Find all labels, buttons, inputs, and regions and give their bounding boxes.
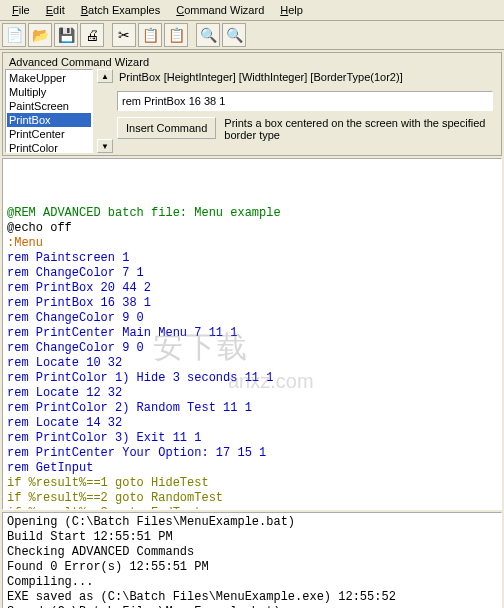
command-syntax: PrintBox [HeightInteger] [WidthInteger] … <box>117 69 493 85</box>
toolbar-button-2[interactable]: 💾 <box>54 23 78 47</box>
code-line: @REM ADVANCED batch file: Menu example <box>7 206 497 221</box>
code-line: rem PrintBox 16 38 1 <box>7 296 497 311</box>
insert-command-button[interactable]: Insert Command <box>117 117 216 139</box>
code-line: rem PrintBox 20 44 2 <box>7 281 497 296</box>
toolbar: 📄📂💾🖨✂📋📋🔍🔍 <box>0 21 504 50</box>
menu-edit[interactable]: Edit <box>38 2 73 18</box>
code-line: rem PrintColor 3) Exit 11 1 <box>7 431 497 446</box>
code-line: rem PrintColor 2) Random Test 11 1 <box>7 401 497 416</box>
command-list-item[interactable]: PaintScreen <box>7 99 91 113</box>
command-list-item[interactable]: PrintColor <box>7 141 91 153</box>
output-line: Found 0 Error(s) 12:55:51 PM <box>7 560 497 575</box>
code-line: rem PrintCenter Your Option: 17 15 1 <box>7 446 497 461</box>
code-line: if %result%==1 goto HideTest <box>7 476 497 491</box>
code-line: if %result%==2 goto RandomTest <box>7 491 497 506</box>
command-description: Prints a box centered on the screen with… <box>224 117 493 141</box>
code-line: rem ChangeColor 9 0 <box>7 311 497 326</box>
code-line: :Menu <box>7 236 497 251</box>
code-line: rem Paintscreen 1 <box>7 251 497 266</box>
code-line: rem GetInput <box>7 461 497 476</box>
command-list-item[interactable]: PrintBox <box>7 113 91 127</box>
code-line: @echo off <box>7 221 497 236</box>
output-line: Compiling... <box>7 575 497 590</box>
code-editor[interactable]: 安下载 anxz.com @REM ADVANCED batch file: M… <box>2 158 502 510</box>
command-list-item[interactable]: PrintCenter <box>7 127 91 141</box>
code-line: rem PrintColor 1) Hide 3 seconds 11 1 <box>7 371 497 386</box>
menu-wizard[interactable]: Command Wizard <box>168 2 272 18</box>
toolbar-button-1[interactable]: 📂 <box>28 23 52 47</box>
wizard-title: Advanced Command Wizard <box>5 55 499 69</box>
list-scroll-down[interactable]: ▼ <box>97 139 113 153</box>
toolbar-button-0[interactable]: 📄 <box>2 23 26 47</box>
toolbar-button-5[interactable]: 📋 <box>138 23 162 47</box>
output-line: Checking ADVANCED Commands <box>7 545 497 560</box>
menu-batch[interactable]: Batch Examples <box>73 2 169 18</box>
command-wizard-panel: Advanced Command Wizard MakeUpperMultipl… <box>2 52 502 156</box>
menu-file[interactable]: File <box>4 2 38 18</box>
code-line: rem PrintCenter Main Menu 7 11 1 <box>7 326 497 341</box>
code-line: rem ChangeColor 7 1 <box>7 266 497 281</box>
toolbar-button-7[interactable]: 🔍 <box>196 23 220 47</box>
toolbar-button-6[interactable]: 📋 <box>164 23 188 47</box>
menu-bar: File Edit Batch Examples Command Wizard … <box>0 0 504 21</box>
output-line: Build Start 12:55:51 PM <box>7 530 497 545</box>
menu-help[interactable]: Help <box>272 2 311 18</box>
code-line: rem Locate 10 32 <box>7 356 497 371</box>
command-list-item[interactable]: MakeUpper <box>7 71 91 85</box>
code-line: rem Locate 12 32 <box>7 386 497 401</box>
command-list-item[interactable]: Multiply <box>7 85 91 99</box>
code-line: rem Locate 14 32 <box>7 416 497 431</box>
command-input[interactable] <box>117 91 493 111</box>
toolbar-button-4[interactable]: ✂ <box>112 23 136 47</box>
code-line: if %result%==3 goto EndTest <box>7 506 497 510</box>
output-line: EXE saved as (C:\Batch Files\MenuExample… <box>7 590 497 605</box>
code-line: rem ChangeColor 9 0 <box>7 341 497 356</box>
output-line: Opening (C:\Batch Files\MenuExample.bat) <box>7 515 497 530</box>
toolbar-button-8[interactable]: 🔍 <box>222 23 246 47</box>
output-console[interactable]: Opening (C:\Batch Files\MenuExample.bat)… <box>2 512 502 608</box>
command-list[interactable]: MakeUpperMultiplyPaintScreenPrintBoxPrin… <box>5 69 93 153</box>
toolbar-button-3[interactable]: 🖨 <box>80 23 104 47</box>
list-scroll-up[interactable]: ▲ <box>97 69 113 83</box>
